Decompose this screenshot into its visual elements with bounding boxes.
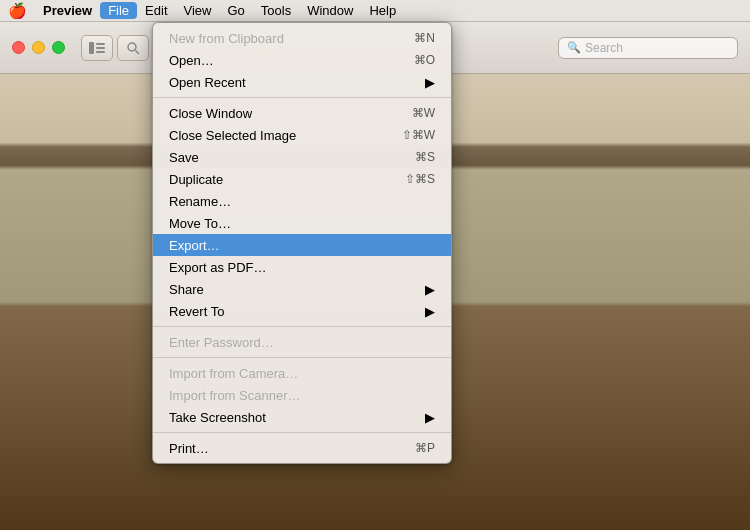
menu-item-duplicate-shortcut: ⇧⌘S	[405, 172, 435, 186]
menu-item-open-shortcut: ⌘O	[414, 53, 435, 67]
menubar-item-preview[interactable]: Preview	[35, 2, 100, 19]
menubar-item-go[interactable]: Go	[219, 2, 252, 19]
menu-item-duplicate[interactable]: Duplicate ⇧⌘S	[153, 168, 451, 190]
menu-item-close-selected-image-label: Close Selected Image	[169, 128, 382, 143]
menu-item-close-selected-image-shortcut: ⇧⌘W	[402, 128, 435, 142]
menu-item-close-selected-image[interactable]: Close Selected Image ⇧⌘W	[153, 124, 451, 146]
search-box[interactable]: 🔍 Search	[558, 37, 738, 59]
menu-item-take-screenshot[interactable]: Take Screenshot ▶	[153, 406, 451, 428]
menu-item-open-recent[interactable]: Open Recent ▶	[153, 71, 451, 93]
menubar: 🍎 Preview File Edit View Go Tools Window…	[0, 0, 750, 22]
svg-rect-2	[96, 47, 105, 49]
take-screenshot-arrow-icon: ▶	[425, 410, 435, 425]
separator-4	[153, 432, 451, 433]
menu-item-export-as-pdf-label: Export as PDF…	[169, 260, 435, 275]
menu-item-move-to[interactable]: Move To…	[153, 212, 451, 234]
separator-3	[153, 357, 451, 358]
menu-item-new-from-clipboard[interactable]: New from Clipboard ⌘N	[153, 27, 451, 49]
menu-item-duplicate-label: Duplicate	[169, 172, 385, 187]
menu-item-take-screenshot-label: Take Screenshot	[169, 410, 421, 425]
search-placeholder: Search	[585, 41, 623, 55]
menubar-item-edit[interactable]: Edit	[137, 2, 175, 19]
menu-item-import-from-camera[interactable]: Import from Camera…	[153, 362, 451, 384]
menu-item-revert-to-label: Revert To	[169, 304, 421, 319]
menu-item-revert-to[interactable]: Revert To ▶	[153, 300, 451, 322]
menu-item-print-shortcut: ⌘P	[415, 441, 435, 455]
menu-item-export-as-pdf[interactable]: Export as PDF…	[153, 256, 451, 278]
menu-item-save-label: Save	[169, 150, 395, 165]
separator-1	[153, 97, 451, 98]
menu-item-close-window-shortcut: ⌘W	[412, 106, 435, 120]
menu-item-rename-label: Rename…	[169, 194, 435, 209]
zoom-button[interactable]	[117, 35, 149, 61]
separator-2	[153, 326, 451, 327]
traffic-lights	[12, 41, 65, 54]
apple-menu-icon[interactable]: 🍎	[8, 2, 27, 20]
menu-item-enter-password[interactable]: Enter Password…	[153, 331, 451, 353]
svg-rect-1	[96, 43, 105, 45]
minimize-button[interactable]	[32, 41, 45, 54]
menu-item-export-label: Export…	[169, 238, 435, 253]
menubar-item-view[interactable]: View	[176, 2, 220, 19]
menu-item-new-from-clipboard-shortcut: ⌘N	[414, 31, 435, 45]
menu-item-share[interactable]: Share ▶	[153, 278, 451, 300]
menu-item-close-window-label: Close Window	[169, 106, 392, 121]
menubar-item-tools[interactable]: Tools	[253, 2, 299, 19]
menu-item-open-label: Open…	[169, 53, 394, 68]
revert-to-arrow-icon: ▶	[425, 304, 435, 319]
menubar-item-help[interactable]: Help	[361, 2, 404, 19]
menubar-item-window[interactable]: Window	[299, 2, 361, 19]
menu-item-close-window[interactable]: Close Window ⌘W	[153, 102, 451, 124]
menu-item-move-to-label: Move To…	[169, 216, 435, 231]
svg-rect-0	[89, 42, 94, 54]
svg-point-4	[128, 43, 136, 51]
menu-item-import-from-scanner[interactable]: Import from Scanner…	[153, 384, 451, 406]
menu-item-save[interactable]: Save ⌘S	[153, 146, 451, 168]
file-menu-dropdown: New from Clipboard ⌘N Open… ⌘O Open Rece…	[152, 22, 452, 464]
menu-item-open[interactable]: Open… ⌘O	[153, 49, 451, 71]
share-arrow-icon: ▶	[425, 282, 435, 297]
menu-item-new-from-clipboard-label: New from Clipboard	[169, 31, 394, 46]
open-recent-arrow-icon: ▶	[425, 75, 435, 90]
menu-item-save-shortcut: ⌘S	[415, 150, 435, 164]
menu-item-share-label: Share	[169, 282, 421, 297]
menu-item-open-recent-label: Open Recent	[169, 75, 421, 90]
menu-item-import-from-camera-label: Import from Camera…	[169, 366, 435, 381]
fullscreen-button[interactable]	[52, 41, 65, 54]
svg-line-5	[136, 50, 140, 54]
svg-rect-3	[96, 51, 105, 53]
menu-item-print[interactable]: Print… ⌘P	[153, 437, 451, 459]
menu-item-import-from-scanner-label: Import from Scanner…	[169, 388, 435, 403]
menu-item-enter-password-label: Enter Password…	[169, 335, 435, 350]
menu-item-export[interactable]: Export…	[153, 234, 451, 256]
sidebar-toggle-button[interactable]	[81, 35, 113, 61]
menu-item-rename[interactable]: Rename…	[153, 190, 451, 212]
menubar-item-file[interactable]: File	[100, 2, 137, 19]
menu-item-print-label: Print…	[169, 441, 395, 456]
close-button[interactable]	[12, 41, 25, 54]
search-icon: 🔍	[567, 41, 581, 54]
